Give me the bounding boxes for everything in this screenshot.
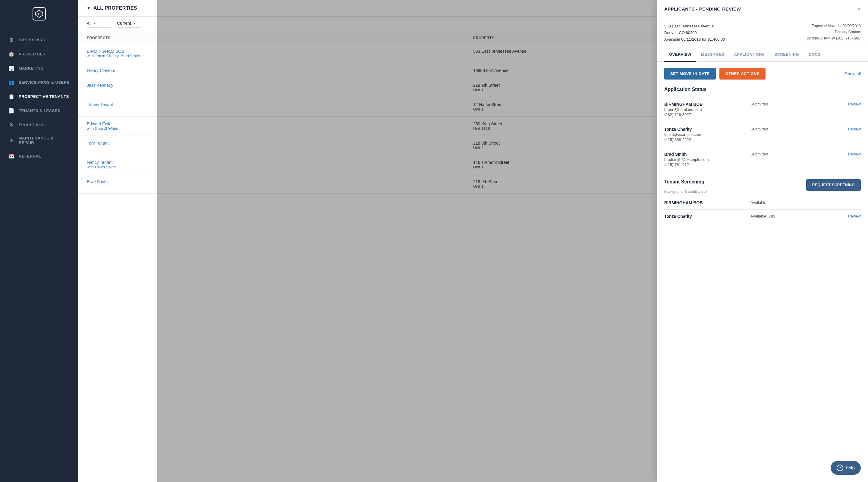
collapse-arrow-icon: ▼: [87, 6, 90, 10]
tab-overview[interactable]: Overview: [664, 48, 696, 62]
review-link[interactable]: Review: [837, 102, 861, 106]
close-icon[interactable]: ×: [857, 5, 861, 12]
marketing-icon: 📊: [8, 65, 14, 71]
primary-contact: BIRMINGHAM @ (282) 718-3927: [807, 35, 861, 41]
applicant-info: Tonza Charity tonza@example.com (415) 88…: [664, 127, 750, 142]
help-label: Help: [846, 465, 855, 470]
sidebar-item-label: Service Pros & Users: [19, 80, 70, 85]
review-link[interactable]: Review: [837, 127, 861, 131]
applicant-status: Submitted: [750, 102, 837, 106]
applicant-row: BIRMINGHAM BOB breen@hemlane.com (282) 7…: [664, 97, 861, 122]
primary-contact-label: Primary Contact: [807, 29, 861, 35]
sidebar-navigation: ⊞ Dashboard 🏠 Properties 📊 Marketing 👥 S…: [0, 28, 79, 482]
sidebar-item-service-pros-users[interactable]: 👥 Service Pros & Users: [0, 75, 79, 90]
request-screening-button[interactable]: Request Screening: [806, 179, 861, 191]
filter-all-arrow-icon: ▼: [93, 22, 96, 25]
financials-icon: $: [8, 122, 14, 127]
applicant-status: Submitted: [750, 152, 837, 156]
other-actions-button[interactable]: Other Actions: [719, 68, 766, 79]
screening-applicant-name: Tonza Charity: [664, 214, 750, 219]
filter-current-label: Current: [117, 21, 131, 26]
filter-current-select[interactable]: Current ▼: [117, 21, 141, 27]
sidebar-item-label: Financials: [19, 123, 44, 127]
dashboard-icon: ⊞: [8, 37, 14, 43]
service-pros-icon: 👥: [8, 79, 14, 85]
applicant-phone: (282) 718-3927: [664, 113, 750, 117]
sidebar-item-marketing[interactable]: 📊 Marketing: [0, 61, 79, 75]
screening-row: Tonza Charity Available (782 Review: [664, 210, 861, 223]
sidebar-item-referral[interactable]: 📅 Referral: [0, 149, 79, 163]
screening-action[interactable]: [837, 200, 861, 205]
sidebar-item-label: Maintenance & Repair: [19, 136, 70, 145]
page-title: All Properties: [93, 5, 137, 11]
show-all-button[interactable]: Show all: [845, 71, 861, 76]
screening-action[interactable]: Review: [837, 214, 861, 219]
applicant-name: Tonza Charity: [664, 127, 750, 132]
applicant-row: Brad Smith bradsmith@example.com (415) 7…: [664, 147, 861, 172]
screening-status: Available (782: [750, 214, 837, 219]
applicant-phone: (415) 888-2222: [664, 137, 750, 142]
review-link[interactable]: Review: [837, 152, 861, 156]
applicants-panel: Applicants - Pending Review × 583 East T…: [657, 0, 868, 482]
sidebar-item-tenants-leases[interactable]: 📄 Tenants & Leases: [0, 104, 79, 118]
applicant-email: breen@hemlane.com: [664, 107, 750, 112]
sidebar-item-maintenance-repair[interactable]: ⚠ Maintenance & Repair: [0, 132, 79, 149]
sidebar: H ⊞ Dashboard 🏠 Properties 📊 Marketing 👥…: [0, 0, 79, 482]
filter-current-arrow-icon: ▼: [133, 22, 136, 25]
filter-all-select[interactable]: All ▼: [87, 21, 111, 27]
properties-icon: 🏠: [8, 51, 14, 57]
sidebar-item-prospective-tenants[interactable]: 📋 Prospective Tenants: [0, 90, 79, 104]
screening-title: Tenant Screening: [664, 179, 707, 185]
sidebar-item-label: Prospective Tenants: [19, 94, 69, 99]
sidebar-logo: H: [0, 0, 79, 28]
tab-applications[interactable]: Applications: [730, 48, 770, 62]
tab-screening[interactable]: Screening: [770, 48, 804, 62]
sidebar-item-label: Referral: [19, 154, 41, 158]
applicant-name: Brad Smith: [664, 152, 750, 157]
sidebar-item-financials[interactable]: $ Financials: [0, 118, 79, 132]
panel-body: Set Move-In Date Other Actions Show all …: [657, 62, 868, 482]
screening-applicant-name: BIRMINGHAM BOB: [664, 200, 750, 205]
sidebar-item-dashboard[interactable]: ⊞ Dashboard: [0, 33, 79, 47]
sidebar-item-label: Marketing: [19, 66, 44, 70]
sidebar-item-label: Tenants & Leases: [19, 108, 60, 113]
applicant-row: Tonza Charity tonza@example.com (415) 88…: [664, 122, 861, 147]
panel-title: Applicants - Pending Review: [664, 6, 741, 11]
sidebar-item-label: Dashboard: [19, 38, 45, 42]
action-buttons: Set Move-In Date Other Actions Show all: [664, 68, 861, 79]
tenant-screening-section: Tenant Screening Background & credit che…: [664, 179, 861, 223]
applicant-info: Brad Smith bradsmith@example.com (415) 7…: [664, 152, 750, 167]
screening-status: Available: [750, 200, 837, 205]
help-button[interactable]: ? Help: [831, 461, 861, 475]
property-city: Denver, CO 80209: [664, 30, 725, 36]
tab-messages[interactable]: Messages: [696, 48, 730, 62]
set-move-in-date-button[interactable]: Set Move-In Date: [664, 68, 716, 79]
help-circle-icon: ?: [837, 464, 843, 471]
logo-icon: H: [33, 7, 46, 21]
panel-property-left: 583 East Tennessee Avenue Denver, CO 802…: [664, 23, 725, 43]
sidebar-item-properties[interactable]: 🏠 Properties: [0, 47, 79, 61]
panel-tabs: Overview Messages Applications Screening…: [657, 48, 868, 62]
expected-move-in: Expected Move-in: 03/09/2018: [807, 23, 861, 29]
application-status-title: Application Status: [664, 87, 861, 92]
applicant-name: BIRMINGHAM BOB: [664, 102, 750, 107]
applicant-status: Submitted: [750, 127, 837, 131]
sidebar-item-label: Properties: [19, 52, 45, 56]
panel-property-info: 583 East Tennessee Avenue Denver, CO 802…: [657, 18, 868, 48]
tab-docs[interactable]: Docs: [804, 48, 826, 62]
applicant-info: BIRMINGHAM BOB breen@hemlane.com (282) 7…: [664, 102, 750, 117]
panel-property-right: Expected Move-in: 03/09/2018 Primary Con…: [807, 23, 861, 43]
applicant-email: bradsmith@example.com: [664, 157, 750, 162]
screening-header: Tenant Screening Background & credit che…: [664, 179, 861, 194]
property-address-line1: 583 East Tennessee Avenue: [664, 23, 725, 30]
property-available: Available 06/11/2018 for $1,400.00: [664, 36, 725, 43]
main-content: ▼ All Properties All ▼ Current ▼ Prospec…: [79, 0, 868, 482]
screening-subtitle: Background & credit check: [664, 190, 707, 194]
screening-row: BIRMINGHAM BOB Available: [664, 196, 861, 210]
filter-all-label: All: [87, 21, 92, 26]
panel-overlay: Applicants - Pending Review × 583 East T…: [157, 0, 868, 482]
svg-text:H: H: [38, 12, 40, 16]
screening-title-block: Tenant Screening Background & credit che…: [664, 179, 707, 194]
prospective-tenants-icon: 📋: [8, 94, 14, 99]
panel-header: Applicants - Pending Review ×: [657, 0, 868, 18]
